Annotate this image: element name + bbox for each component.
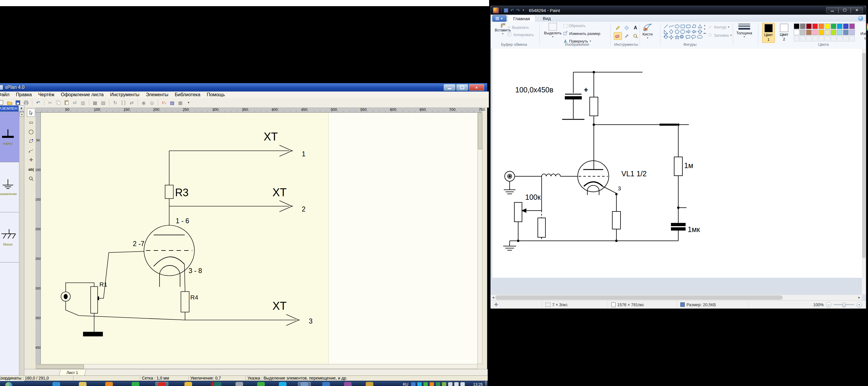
media-player-icon[interactable] — [105, 382, 113, 386]
language-indicator[interactable]: RU — [403, 382, 408, 386]
paint-canvas[interactable]: 100,0х450в + 100к VL1 1/2 1м 1мк 3 — [492, 49, 862, 278]
menu-elements[interactable]: Элементы — [146, 92, 168, 97]
utorrent-icon[interactable] — [132, 382, 139, 386]
redo-icon[interactable]: ↷ — [517, 8, 520, 12]
taskbar-clock[interactable]: 13:25 — [473, 382, 483, 386]
unlock-icon[interactable]: ◎ — [148, 99, 155, 106]
minimize-button[interactable] — [444, 84, 456, 91]
paste-icon[interactable] — [63, 99, 70, 106]
tray-globe-icon[interactable] — [436, 382, 440, 386]
palette-color[interactable] — [818, 30, 824, 35]
quick-save-icon[interactable] — [504, 8, 508, 12]
library-item-korpus[interactable]: корпус — [0, 112, 19, 162]
mirror-icon[interactable]: ⇄ — [128, 99, 135, 106]
toolbar-more-icon[interactable]: ▼ — [185, 99, 192, 106]
scrollbar-thumb[interactable] — [495, 295, 783, 300]
taskbar-button[interactable] — [76, 382, 89, 386]
color2-button[interactable]: Цвет2 — [780, 24, 788, 41]
splan-app-icon[interactable] — [366, 382, 373, 386]
tray-skype-icon[interactable] — [417, 382, 422, 386]
tray-leaf-icon[interactable] — [442, 382, 446, 386]
text-tool-icon[interactable]: ab| — [27, 166, 35, 173]
sheet-tab[interactable]: Лист 1 — [59, 369, 86, 376]
menu-sheet-layout[interactable]: Оформление листа — [61, 92, 103, 97]
undo-icon[interactable]: ↶ — [35, 99, 42, 106]
taskbar-button[interactable] — [320, 382, 333, 386]
palette-color[interactable] — [843, 30, 849, 35]
taskbar-button[interactable] — [341, 382, 354, 386]
duplicate-icon[interactable]: x2 — [71, 99, 78, 106]
menu-edit[interactable]: Правка — [16, 92, 32, 97]
palette-color[interactable] — [843, 24, 849, 29]
library-item-masse[interactable]: Masse — [0, 212, 19, 263]
palette-color[interactable] — [818, 24, 824, 29]
text-tool-icon[interactable]: A — [631, 24, 640, 32]
rotate-icon[interactable]: ↻ — [112, 99, 119, 106]
app-teal-icon[interactable] — [214, 382, 221, 386]
size-button[interactable]: Толщина▼ — [736, 23, 752, 38]
opera-icon[interactable] — [158, 382, 166, 386]
polygon-tool-icon[interactable] — [27, 137, 35, 145]
crop-button[interactable]: Обрезать — [563, 24, 585, 28]
taskbar-button[interactable] — [363, 382, 376, 386]
splan-titlebar[interactable]: sPlan 4.0 × — [0, 83, 487, 91]
eraser-tool-icon[interactable] — [614, 32, 622, 40]
node-tool-icon[interactable]: ✛ — [27, 156, 35, 164]
taskbar-button[interactable] — [182, 382, 195, 386]
paint-titlebar[interactable]: ↶ ↷ ▼ 6548294 - Paint ✕ — [491, 6, 866, 15]
tray-network-icon[interactable] — [454, 382, 459, 386]
component-group-combobox[interactable]: ЗАЗЕМЛЕН ▼ — [0, 105, 24, 112]
copy-icon[interactable] — [55, 99, 62, 106]
palette-color[interactable] — [800, 24, 806, 29]
combo-dropdown-icon[interactable]: ▼ — [19, 106, 24, 112]
paint-horizontal-scrollbar[interactable]: ◄ ► — [491, 295, 862, 301]
taskbar-button[interactable] — [254, 382, 268, 386]
palette-color[interactable] — [837, 24, 842, 29]
palette-color[interactable] — [837, 30, 842, 35]
color1-button[interactable]: Цвет1 — [762, 23, 775, 43]
taskbar-button[interactable] — [50, 382, 63, 386]
select-button[interactable]: Выделить▼ — [544, 23, 562, 38]
zoom-in-button[interactable]: + — [857, 302, 862, 307]
brushes-button[interactable]: Кисти▼ — [643, 23, 653, 39]
fill-button[interactable]: Заливка▼ — [708, 33, 732, 37]
taskbar-button[interactable] — [233, 382, 246, 386]
palette-color[interactable] — [825, 24, 830, 29]
show-desktop-button[interactable] — [485, 381, 487, 386]
palette-color[interactable] — [806, 24, 812, 29]
tray-blue-icon[interactable] — [411, 382, 415, 386]
paint-icon[interactable] — [301, 382, 308, 386]
fill-tool-icon[interactable] — [623, 24, 631, 32]
outline-button[interactable]: Контур▼ — [708, 25, 730, 29]
close-button[interactable]: × — [469, 84, 484, 91]
palette-color[interactable] — [812, 24, 818, 29]
skype-icon[interactable] — [279, 382, 286, 386]
menu-file[interactable]: Файл — [0, 92, 9, 97]
tab-home[interactable]: Главная — [507, 15, 535, 22]
scroll-right-icon[interactable]: ► — [858, 296, 861, 299]
minimize-button[interactable] — [826, 7, 838, 13]
resize-button[interactable]: Изменить размер — [563, 31, 600, 36]
library-scrollbar[interactable]: ▲ ▼ — [19, 112, 24, 386]
zoom-slider-thumb[interactable] — [842, 303, 845, 307]
palette-color[interactable] — [800, 30, 806, 35]
taskbar-button[interactable] — [155, 382, 168, 386]
explorer-folder-icon[interactable] — [79, 382, 87, 386]
photo-viewer-icon[interactable] — [322, 382, 330, 386]
tray-battery-icon[interactable] — [448, 382, 453, 386]
brackets-icon[interactable]: [ ] — [120, 99, 127, 106]
color-picker-tool-icon[interactable] — [623, 32, 631, 40]
paint-menu-button[interactable]: ▼ — [492, 15, 506, 22]
palette-color[interactable] — [794, 30, 799, 35]
pointer-tool-icon[interactable] — [27, 109, 35, 117]
grid-icon[interactable]: ▦ — [177, 99, 184, 106]
tray-volume-icon[interactable] — [460, 382, 465, 386]
ellipse-tool-icon[interactable]: ◯ — [27, 128, 35, 136]
send-to-back-icon[interactable]: ▨ — [100, 99, 107, 106]
tray-orange-icon[interactable] — [430, 382, 434, 386]
stamp-icon[interactable]: ▥ — [80, 99, 87, 106]
library-item-zazemlenie[interactable]: заземление — [0, 162, 19, 212]
edit-colors-button[interactable]: Изменениецветов — [857, 23, 868, 40]
cut-button[interactable]: ✂Вырезать — [507, 25, 529, 30]
zoom-slider[interactable] — [834, 304, 854, 305]
